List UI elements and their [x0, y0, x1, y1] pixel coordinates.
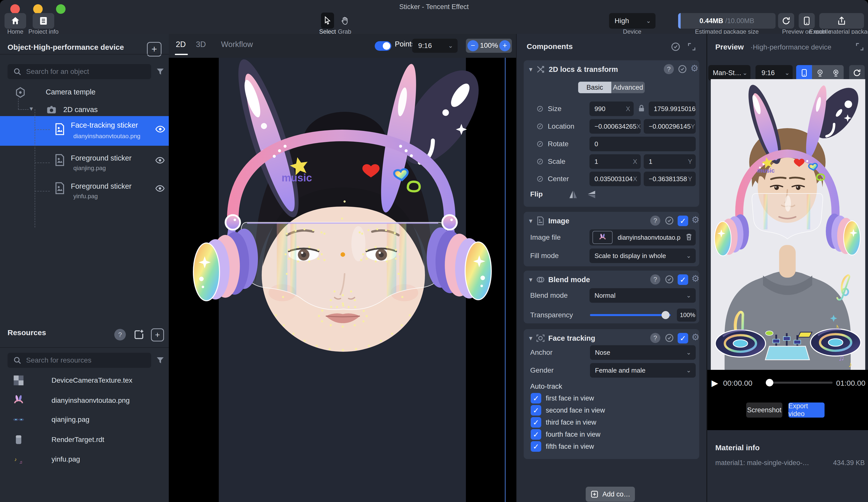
- transparency-slider-thumb[interactable]: [662, 311, 670, 319]
- reset-icon[interactable]: [664, 216, 674, 227]
- tree-expand-caret-icon[interactable]: ▾: [30, 105, 33, 113]
- reset-icon[interactable]: [678, 64, 688, 75]
- object-search-box[interactable]: [8, 64, 151, 79]
- gear-icon[interactable]: ⚙: [690, 64, 699, 73]
- points-toggle[interactable]: [375, 41, 391, 51]
- flip-vertical-icon[interactable]: [586, 189, 597, 201]
- image-enabled-checkbox[interactable]: ✓: [678, 216, 688, 226]
- import-resource-button[interactable]: [133, 329, 145, 341]
- reset-icon[interactable]: [664, 333, 674, 344]
- location-y-input[interactable]: −0.000296145Y: [644, 119, 696, 134]
- mode-basic-tab[interactable]: Basic: [578, 82, 611, 93]
- fill-mode-dropdown[interactable]: Scale to display in whole⌄: [589, 248, 696, 263]
- resources-help-button[interactable]: ?: [114, 329, 126, 340]
- preview-video[interactable]: music ♪ ♪ ♫ ♪: [711, 79, 865, 370]
- auto-track-option[interactable]: ✓fifth face in view: [531, 441, 594, 452]
- object-filter-icon[interactable]: [156, 67, 165, 77]
- keyframe-icon[interactable]: [536, 175, 544, 183]
- timeline-thumb[interactable]: [766, 379, 773, 387]
- select-tool-button[interactable]: [321, 12, 334, 29]
- resource-item[interactable]: qianjing.pag: [0, 412, 169, 428]
- source-webcam-button[interactable]: [812, 65, 828, 81]
- project-info-button[interactable]: [33, 13, 54, 29]
- resources-search-box[interactable]: [8, 353, 151, 368]
- transparency-value[interactable]: 100%: [677, 308, 696, 321]
- size-x-input[interactable]: 990X: [589, 102, 634, 116]
- refresh-package-button[interactable]: [778, 13, 794, 29]
- auto-track-option[interactable]: ✓first face in view: [531, 393, 594, 403]
- zoom-out-button[interactable]: −: [467, 40, 478, 51]
- add-component-button[interactable]: Add co…: [586, 487, 635, 502]
- reset-all-icon[interactable]: [670, 41, 681, 53]
- tab-2d[interactable]: 2D: [176, 40, 186, 49]
- checkbox-checked[interactable]: ✓: [531, 405, 541, 416]
- screenshot-button[interactable]: Screenshot: [746, 402, 782, 418]
- checkbox-checked[interactable]: ✓: [531, 441, 541, 452]
- gear-icon[interactable]: ⚙: [691, 215, 700, 224]
- export-package-button[interactable]: [819, 13, 864, 29]
- timeline-slider[interactable]: [767, 382, 833, 384]
- checkbox-checked[interactable]: ✓: [531, 393, 541, 403]
- face-tracking-section-header[interactable]: ▾ Face tracking: [529, 332, 595, 344]
- collapse-panel-icon[interactable]: [687, 42, 696, 52]
- object-search-input[interactable]: [25, 67, 135, 76]
- keyframe-icon[interactable]: [536, 105, 544, 113]
- resource-item[interactable]: ♪♫ yinfu.pag: [0, 452, 169, 468]
- resources-filter-icon[interactable]: [156, 356, 165, 366]
- auto-track-option[interactable]: ✓fourth face in view: [531, 429, 600, 440]
- section-caret-icon[interactable]: ▾: [529, 335, 532, 342]
- add-resource-button[interactable]: +: [151, 328, 164, 341]
- help-icon[interactable]: ?: [650, 274, 660, 284]
- checkbox-checked[interactable]: ✓: [531, 417, 541, 428]
- play-button[interactable]: ▶: [712, 378, 718, 388]
- canvas-stage[interactable]: music: [169, 58, 516, 502]
- visibility-eye-icon[interactable]: [155, 155, 165, 167]
- transparency-slider[interactable]: [590, 314, 671, 316]
- keyframe-icon[interactable]: [536, 140, 544, 148]
- section-caret-icon[interactable]: ▾: [529, 217, 532, 224]
- preview-aspect-dropdown[interactable]: 9:16 ⌄: [755, 65, 793, 81]
- mode-advanced-tab[interactable]: Advanced: [611, 82, 645, 93]
- blend-enabled-checkbox[interactable]: ✓: [678, 274, 688, 285]
- location-x-input[interactable]: −0.000634265X: [589, 119, 641, 134]
- source-webcam-2-button[interactable]: [828, 65, 844, 81]
- collapse-panel-icon[interactable]: [855, 42, 865, 52]
- scale-x-input[interactable]: 1X: [589, 154, 641, 169]
- export-video-button[interactable]: Export video: [788, 402, 825, 418]
- reset-icon[interactable]: [664, 274, 674, 285]
- gear-icon[interactable]: ⚙: [691, 332, 700, 342]
- source-phone-button[interactable]: [796, 65, 812, 81]
- help-icon[interactable]: ?: [650, 216, 660, 226]
- visibility-eye-icon[interactable]: [155, 184, 165, 195]
- trash-icon[interactable]: [685, 233, 693, 243]
- tab-workflow[interactable]: Workflow: [221, 40, 253, 49]
- image-section-header[interactable]: ▾ Image: [529, 215, 569, 227]
- preview-refresh-button[interactable]: [849, 65, 865, 81]
- help-icon[interactable]: ?: [650, 333, 660, 343]
- resources-search-input[interactable]: [25, 356, 135, 365]
- keyframe-icon[interactable]: [536, 123, 544, 130]
- tree-item-face-tracking-sticker[interactable]: Face-tracking sticker dianyinshaonvtouta…: [0, 116, 169, 146]
- home-button[interactable]: [4, 13, 26, 29]
- tab-3d[interactable]: 3D: [196, 40, 206, 49]
- lock-icon[interactable]: [637, 104, 646, 114]
- device-quality-dropdown[interactable]: High ⌄: [609, 13, 655, 29]
- scale-y-input[interactable]: 1Y: [644, 154, 696, 169]
- center-x-input[interactable]: 0.035003104X: [589, 172, 641, 186]
- help-icon[interactable]: ?: [664, 64, 674, 74]
- gender-dropdown[interactable]: Female and male⌄: [590, 363, 696, 378]
- size-y-input[interactable]: 1759.9915016Y: [649, 102, 696, 116]
- preview-model-dropdown[interactable]: Man-St… ⌄: [708, 65, 751, 81]
- preview-on-mobile-button[interactable]: [799, 13, 815, 29]
- resource-item[interactable]: DeviceCameraTexture.tex: [0, 373, 169, 389]
- keyframe-icon[interactable]: [536, 158, 544, 165]
- anchor-dropdown[interactable]: Nose⌄: [590, 345, 696, 360]
- zoom-in-button[interactable]: +: [499, 40, 510, 51]
- gear-icon[interactable]: ⚙: [691, 274, 700, 283]
- blend-mode-dropdown[interactable]: Normal⌄: [589, 288, 696, 303]
- grab-tool-button[interactable]: [338, 12, 351, 29]
- section-caret-icon[interactable]: ▾: [529, 276, 532, 283]
- section-caret-icon[interactable]: ▾: [529, 66, 532, 73]
- resource-item[interactable]: dianyinshaonvtoutao.png: [0, 393, 169, 409]
- rotate-input[interactable]: 0: [589, 137, 696, 151]
